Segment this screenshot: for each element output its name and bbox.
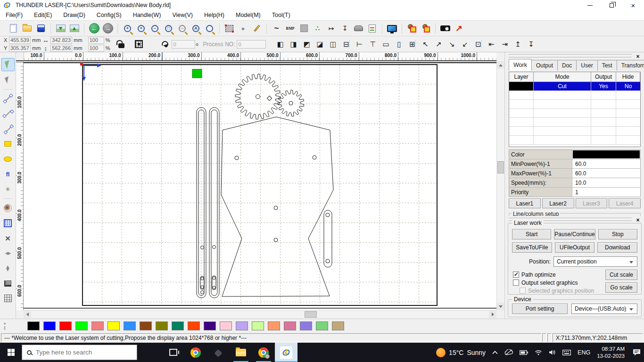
align-center-icon[interactable]: ⊡ xyxy=(472,39,484,50)
resize-h-icon[interactable]: ↔ xyxy=(42,37,49,44)
laser-button[interactable]: Laser2 xyxy=(542,198,574,208)
color-swatch[interactable] xyxy=(59,321,72,330)
property-row[interactable]: Priority 1 xyxy=(509,188,640,197)
scale-button[interactable]: Cut scale xyxy=(605,270,637,280)
align-bottom-left-icon[interactable]: ↙ xyxy=(459,39,471,50)
v-center-shape-icon[interactable]: ▯ xyxy=(393,39,405,50)
search-input[interactable] xyxy=(36,349,125,356)
color-swatch[interactable] xyxy=(27,321,40,330)
horizontal-scroll-thumb[interactable] xyxy=(305,311,317,318)
color-swatch[interactable] xyxy=(75,321,88,330)
laser-button[interactable]: Laser1 xyxy=(509,198,541,208)
array-copy-tool-icon[interactable] xyxy=(1,292,15,305)
color-swatch[interactable] xyxy=(124,321,136,330)
fill-color-icon[interactable] xyxy=(297,22,310,35)
laser-work-button[interactable]: UFileOutput xyxy=(555,242,595,253)
port-setting-button[interactable]: Port setting xyxy=(512,304,568,314)
new-file-icon[interactable] xyxy=(7,22,20,35)
point-tool-icon[interactable]: ✳ xyxy=(1,182,15,196)
battery-tray-icon[interactable] xyxy=(516,343,531,362)
panel-tab[interactable]: Transform xyxy=(617,60,644,71)
weather-widget[interactable]: 15°C Sunny xyxy=(433,343,489,362)
drawing-canvas[interactable] xyxy=(24,61,496,310)
color-swatch[interactable] xyxy=(91,321,104,330)
layer-mode-cell[interactable]: Cut xyxy=(534,82,591,90)
start-button[interactable] xyxy=(0,343,22,362)
resize-v-icon[interactable]: ↕ xyxy=(44,45,48,52)
laserwork-close-button[interactable]: × xyxy=(635,217,641,223)
device-dropdown[interactable]: Device---(USB:Auto) xyxy=(571,304,637,314)
scale-button[interactable]: Go scale xyxy=(605,282,637,293)
inkscape-taskbar-button[interactable]: ◆ xyxy=(207,343,230,362)
scroll-up-button[interactable] xyxy=(497,61,504,69)
laser-work-checkbox[interactable]: Output select graphics xyxy=(513,279,598,287)
color-swatch[interactable] xyxy=(220,321,232,330)
layer-row-empty[interactable] xyxy=(509,91,640,100)
anchor-grid-icon[interactable] xyxy=(132,38,145,50)
height-field[interactable] xyxy=(50,45,72,52)
layer-row[interactable]: Cut Yes No xyxy=(509,82,640,91)
panel-close-button[interactable]: × xyxy=(635,53,641,60)
color-swatch[interactable] xyxy=(284,321,296,330)
rotate-angle-field[interactable] xyxy=(172,40,195,49)
device-port-icon[interactable] xyxy=(439,22,452,35)
explorer-taskbar-button[interactable] xyxy=(230,343,252,362)
menu-item[interactable]: Handle(W) xyxy=(127,11,167,20)
locate-position-icon[interactable]: ↗ xyxy=(453,22,465,35)
minimize-button[interactable] xyxy=(579,0,601,10)
rdworks-taskbar-button[interactable] xyxy=(275,343,297,362)
process-no-field[interactable] xyxy=(237,40,266,49)
close-button[interactable]: × xyxy=(622,0,644,10)
curve-draw-icon[interactable]: ~ xyxy=(270,22,283,35)
scroll-down-button[interactable] xyxy=(497,303,504,310)
zoom-screen-icon[interactable] xyxy=(203,22,216,35)
layer-row-empty[interactable] xyxy=(509,109,640,118)
property-row[interactable]: MinPower(%)-1 60.0 xyxy=(509,159,640,169)
same-size-icon[interactable]: ◩ xyxy=(300,39,313,50)
align-bottom-right-icon[interactable]: ↘ xyxy=(446,39,458,50)
chrome-taskbar-button[interactable] xyxy=(184,343,207,362)
mirror-h-tool-icon[interactable]: ◀▶ xyxy=(1,247,15,260)
array-pattern-icon[interactable] xyxy=(405,22,418,35)
chrome-profile-taskbar-button[interactable] xyxy=(252,343,275,362)
panel-tab[interactable]: Doc xyxy=(557,60,577,71)
ellipse-tool-icon[interactable] xyxy=(1,152,15,165)
capture-tool-icon[interactable] xyxy=(1,201,15,214)
position-dropdown[interactable]: Current position xyxy=(553,256,637,267)
layer-row-empty[interactable] xyxy=(509,100,640,109)
rect-tool-icon[interactable] xyxy=(1,137,15,150)
scale-y-field[interactable] xyxy=(88,45,104,52)
select-frame-icon[interactable] xyxy=(223,22,236,35)
menu-item[interactable]: Edit(E) xyxy=(28,11,58,20)
unlock-icon[interactable] xyxy=(115,38,128,50)
panel-tab[interactable]: User xyxy=(576,60,597,71)
color-swatch[interactable] xyxy=(252,321,264,330)
width-field[interactable] xyxy=(50,37,72,44)
export-image-icon[interactable]: ▲ xyxy=(68,22,81,35)
layer-row-empty[interactable] xyxy=(509,118,640,127)
laser-work-button[interactable]: Pause/Continue xyxy=(554,229,595,239)
laser-work-button[interactable]: Start xyxy=(512,229,551,239)
node-edit-icon[interactable]: ● xyxy=(237,22,249,35)
import-image-icon[interactable]: ▼ xyxy=(54,22,67,35)
network-tray-icon[interactable] xyxy=(531,343,545,362)
mirror-v-tool-icon[interactable]: ◀▶ xyxy=(1,262,15,275)
x-position-field[interactable] xyxy=(9,37,31,44)
onedrive-tray-icon[interactable] xyxy=(501,343,516,362)
bmp-tool-icon[interactable]: BMP xyxy=(284,22,297,35)
color-swatch[interactable] xyxy=(204,321,216,330)
zoom-out-icon[interactable]: − xyxy=(149,22,161,35)
polyline-tool-icon[interactable] xyxy=(1,107,15,120)
maximize-button[interactable] xyxy=(601,0,622,10)
panel-tab[interactable]: Output xyxy=(531,60,558,71)
vertical-scroll-thumb[interactable] xyxy=(497,161,504,173)
origin-tool-icon[interactable] xyxy=(1,277,15,290)
align-top-right-icon[interactable]: ↗ xyxy=(432,39,445,50)
text-tool-icon[interactable]: fI xyxy=(1,167,15,181)
line-tool-icon[interactable] xyxy=(1,92,15,105)
color-swatch[interactable] xyxy=(140,321,152,330)
redo-icon[interactable]: → xyxy=(101,22,114,35)
pan-view-icon[interactable]: + xyxy=(121,22,134,35)
scroll-right-button[interactable] xyxy=(489,311,496,318)
align-top-icon[interactable]: ↥ xyxy=(512,39,524,50)
